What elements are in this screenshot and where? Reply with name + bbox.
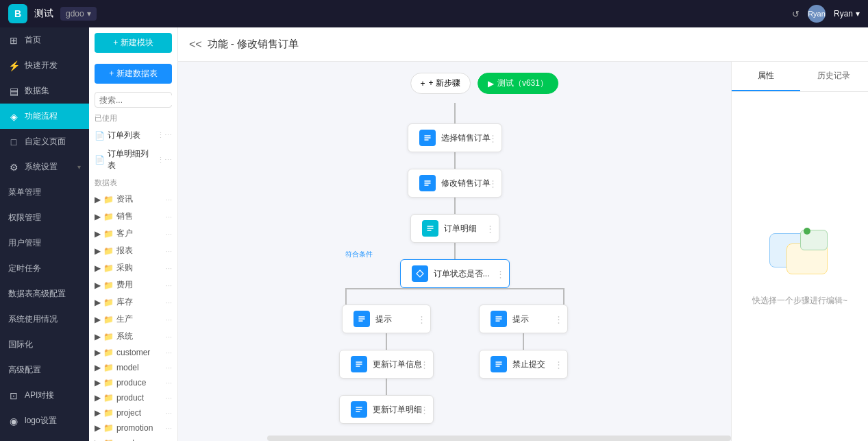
group-item-promotion[interactable]: ▶ 📁 promotion ··· [89,420,177,436]
canvas-toolbar: + + 新步骤 ▶ 测试（v631） [410,73,558,94]
sidebar-item-quick-dev[interactable]: ⚡ 快速开发 [0,53,89,78]
sidebar-item-home[interactable]: ⊞ 首页 [0,27,89,53]
sidebar-item-system-settings[interactable]: ⚙ 系统设置 ▾ [0,154,89,180]
more-icon[interactable]: ··· [166,379,172,387]
more-icon[interactable]: ⋮ [488,178,497,189]
sidebar-item-adv-settings[interactable]: 高级配置 [0,357,89,383]
group-item-purchase-en[interactable]: ▶ 📁 purchase ··· [89,436,177,441]
node-order-status[interactable]: 订单状态是否... ⋮ [400,259,510,288]
group-item-model[interactable]: ▶ 📁 model ··· [89,360,177,375]
illustration-dot [804,228,810,235]
sidebar-item-flow[interactable]: ◈ 功能流程 [0,104,89,129]
arrow-icon: ▶ [95,423,101,433]
more-icon[interactable]: ⋮ [554,314,563,324]
group-item-customer[interactable]: ▶ 📁 客户 ··· [89,225,177,242]
sidebar-item-logo-settings[interactable]: ◉ logo设置 [0,408,89,433]
node-modify-order[interactable]: 修改销售订单 ⋮ [408,169,502,198]
node-update-order-1[interactable]: 更新订单信息 ⋮ [339,350,434,379]
more-icon[interactable]: ··· [166,348,172,357]
arrow-icon: ▶ [95,348,101,357]
group-label: project [116,408,141,418]
node-prompt-1[interactable]: 提示 ⋮ [342,305,431,333]
sidebar-item-api-connect[interactable]: ⊡ API对接 [0,383,89,408]
more-icon[interactable]: ··· [166,195,172,204]
group-item-sales[interactable]: ▶ 📁 销售 ··· [89,208,177,225]
used-item-order-detail[interactable]: 📄 订单明细列表 ⋮⋯ [89,145,177,175]
arrow-icon: ▶ [95,263,101,273]
arrow-icon: ▶ [95,378,101,388]
node-prompt-2[interactable]: 提示 ⋮ [479,305,568,333]
more-icon[interactable]: ··· [166,424,172,432]
decision-wrapper: 符合条件 订单状态是否... ⋮ [400,259,510,288]
node-stop-submit[interactable]: 禁止提交 ⋮ [479,350,568,379]
run-button[interactable]: ▶ 测试（v631） [478,73,558,94]
more-icon[interactable]: ··· [166,333,172,341]
more-icon[interactable]: ··· [166,230,172,238]
more-icon[interactable]: ⋮ [554,359,563,370]
sidebar-item-menu-mgmt[interactable]: 菜单管理 [0,180,89,205]
more-icon[interactable]: ⋮ [420,359,429,370]
more-icon[interactable]: ⋮ [488,133,497,143]
group-item-customer-en[interactable]: ▶ 📁 customer ··· [89,345,177,360]
arrow-icon: ▶ [95,281,101,290]
group-item-project[interactable]: ▶ 📁 project ··· [89,405,177,420]
more-icon[interactable]: ··· [166,315,172,324]
node-order-detail[interactable]: 订单明细 ⋮ [410,214,499,243]
group-item-news[interactable]: ▶ 📁 资讯 ··· [89,191,177,208]
add-step-button[interactable]: + + 新步骤 [410,73,471,94]
more-icon[interactable]: ··· [166,213,172,221]
more-icon[interactable]: ··· [166,409,172,417]
group-item-product[interactable]: ▶ 📁 product ··· [89,390,177,405]
used-item-order-list[interactable]: 📄 订单列表 ⋮⋯ [89,126,177,145]
flow-canvas[interactable]: + + 新步骤 ▶ 测试（v631） [178,62,731,441]
topbar-right: ↺ Ryan Ryan ▾ [792,5,860,23]
more-icon[interactable]: ··· [166,298,172,307]
group-item-produce[interactable]: ▶ 📁 produce ··· [89,375,177,390]
more-icon[interactable]: ··· [166,247,172,255]
sidebar-item-perm-mgmt[interactable]: 权限管理 [0,205,89,230]
group-item-production[interactable]: ▶ 📁 生产 ··· [89,311,177,328]
connector [454,198,456,214]
group-item-inventory[interactable]: ▶ 📁 库存 ··· [89,294,177,311]
scroll-bar[interactable] [267,436,731,441]
user-menu[interactable]: Ryan ▾ [834,9,860,19]
sidebar-item-timed-task[interactable]: 定时任务 [0,256,89,281]
more-icon[interactable]: ⋮ [417,314,426,324]
sidebar-item-i18n[interactable]: 国际化 [0,332,89,357]
more-icon[interactable]: ⋮ [496,269,505,279]
more-icon[interactable]: ··· [166,281,172,289]
sidebar-item-custom-page[interactable]: □ 自定义页面 [0,129,89,154]
more-icon[interactable]: ⋮⋯ [157,131,172,140]
node-select-order[interactable]: 选择销售订单 ⋮ [408,123,502,152]
refresh-icon[interactable]: ↺ [792,9,799,19]
group-label: 资讯 [116,193,133,205]
more-icon[interactable]: ··· [166,264,172,272]
chevron-down-icon: ▾ [77,163,81,171]
more-icon[interactable]: ⋮ [420,405,429,415]
node-update-detail-1[interactable]: 更新订单明细 ⋮ [339,395,434,424]
group-item-cost[interactable]: ▶ 📁 费用 ··· [89,276,177,294]
new-module-button[interactable]: + 新建模块 [95,33,172,53]
group-label: model [116,363,139,372]
arrow-icon: ▶ [95,363,101,372]
group-item-report[interactable]: ▶ 📁 报表 ··· [89,242,177,259]
group-item-system[interactable]: ▶ 📁 系统 ··· [89,328,177,345]
new-data-table-button[interactable]: + 新建数据表 [95,64,172,84]
tab-properties[interactable]: 属性 [732,62,800,91]
avatar[interactable]: Ryan [808,5,826,23]
arrow-icon: ▶ [95,229,101,239]
tab-history[interactable]: 历史记录 [800,62,869,91]
connector [454,243,456,259]
sidebar-item-adv-config[interactable]: 数据表高级配置 [0,281,89,307]
more-icon[interactable]: ⋮ [486,224,495,234]
back-button[interactable]: << [189,38,202,51]
sidebar-item-sys-usage[interactable]: 系统使用情况 [0,307,89,332]
group-item-purchase[interactable]: ▶ 📁 采购 ··· [89,259,177,276]
sidebar-item-user-mgmt[interactable]: 用户管理 [0,230,89,256]
more-icon[interactable]: ··· [166,394,172,402]
search-input[interactable] [99,95,178,105]
more-icon[interactable]: ··· [166,363,172,372]
sidebar-item-dataset[interactable]: ▤ 数据集 [0,78,89,104]
topbar-appname[interactable]: gdoo ▾ [60,7,97,21]
more-icon[interactable]: ⋮⋯ [157,156,172,165]
